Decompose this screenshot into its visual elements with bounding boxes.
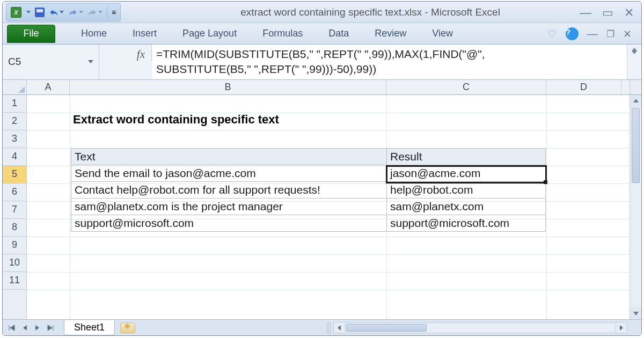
name-box[interactable]: C5 bbox=[3, 45, 99, 79]
minimize-button[interactable]: ― bbox=[580, 6, 591, 20]
fx-area: fx =TRIM(MID(SUBSTITUTE(B5," ",REPT(" ",… bbox=[99, 45, 641, 79]
workbook-close-button[interactable]: ✕ bbox=[623, 28, 632, 40]
row-header[interactable]: 2 bbox=[3, 113, 26, 130]
quick-access-toolbar: X ≡ bbox=[6, 3, 121, 21]
row-header-selected[interactable]: 5 bbox=[3, 166, 26, 183]
qat-customize-caret-icon[interactable]: ≡ bbox=[112, 8, 116, 17]
cell[interactable]: help@robot.com bbox=[387, 181, 546, 198]
window-controls: ― ▭ ✕ bbox=[580, 6, 634, 20]
ribbon-tabs: Home Insert Page Layout Formulas Data Re… bbox=[81, 28, 453, 39]
cell-heading[interactable]: Extract word containing specific text bbox=[73, 113, 279, 127]
select-all-corner[interactable] bbox=[3, 80, 27, 95]
fx-icon[interactable]: fx bbox=[99, 45, 152, 61]
status-sheet-bar: Sheet1 bbox=[3, 319, 641, 335]
save-icon[interactable] bbox=[35, 8, 45, 17]
scroll-left-icon[interactable] bbox=[333, 322, 345, 334]
excel-window: X ≡ extract word containing specific tex… bbox=[2, 1, 642, 336]
row-header[interactable]: 9 bbox=[3, 237, 26, 254]
hscroll-track[interactable] bbox=[345, 322, 616, 333]
table-row: Contact help@robot.com for all support r… bbox=[71, 181, 546, 198]
row-header[interactable]: 1 bbox=[3, 95, 26, 113]
undo-button[interactable] bbox=[49, 8, 64, 17]
redo-alt-button[interactable] bbox=[87, 8, 103, 17]
scroll-thumb[interactable] bbox=[632, 108, 640, 183]
header-result[interactable]: Result bbox=[387, 148, 546, 165]
sheet-tab[interactable]: Sheet1 bbox=[64, 320, 115, 335]
row-header[interactable]: 4 bbox=[3, 148, 26, 166]
vertical-scrollbar[interactable] bbox=[630, 95, 641, 319]
file-tab[interactable]: File bbox=[7, 25, 55, 43]
cell[interactable]: sam@planetx.com bbox=[387, 198, 546, 215]
scroll-track[interactable] bbox=[630, 107, 641, 307]
col-header-b[interactable]: B bbox=[70, 80, 386, 94]
tab-review[interactable]: Review bbox=[375, 28, 406, 39]
cell[interactable]: jason@acme.com bbox=[387, 165, 546, 181]
table-row: Send the email to jason@acme.com jason@a… bbox=[71, 165, 546, 181]
formula-input[interactable]: =TRIM(MID(SUBSTITUTE(B5," ",REPT(" ",99)… bbox=[152, 45, 627, 79]
data-table: Text Result Send the email to jason@acme… bbox=[71, 148, 546, 232]
tab-data[interactable]: Data bbox=[328, 28, 349, 39]
title-bar: X ≡ extract word containing specific tex… bbox=[3, 2, 641, 23]
hscroll-thumb[interactable] bbox=[346, 324, 427, 332]
row-header[interactable]: 10 bbox=[3, 254, 26, 272]
horizontal-scrollbar[interactable] bbox=[327, 322, 627, 334]
sheet-nav-last-icon[interactable] bbox=[45, 322, 56, 334]
scroll-up-icon[interactable] bbox=[630, 95, 641, 107]
cell[interactable]: support@microsoft.com bbox=[71, 215, 387, 231]
sheet-nav-prev-icon[interactable] bbox=[19, 322, 31, 334]
close-button[interactable]: ✕ bbox=[624, 6, 634, 20]
workbook-minimize-button[interactable]: ― bbox=[587, 28, 598, 40]
help-icon[interactable]: ? bbox=[566, 27, 579, 40]
scroll-down-icon[interactable] bbox=[630, 307, 641, 319]
row-headers: 1 2 3 4 5 6 7 8 9 10 11 bbox=[3, 95, 27, 319]
qat-menu-caret-icon[interactable] bbox=[26, 11, 31, 13]
table-row: support@microsoft.com support@microsoft.… bbox=[71, 215, 546, 231]
formula-bar-expand[interactable] bbox=[627, 45, 641, 57]
sheet-nav-first-icon[interactable] bbox=[6, 322, 18, 334]
cell[interactable]: Send the email to jason@acme.com bbox=[71, 165, 387, 181]
column-headers: A B C D bbox=[27, 80, 630, 95]
new-sheet-icon[interactable] bbox=[120, 322, 135, 333]
scroll-right-icon[interactable] bbox=[616, 322, 627, 334]
cell[interactable]: support@microsoft.com bbox=[387, 215, 546, 231]
tab-split-handle[interactable] bbox=[327, 322, 331, 334]
name-box-value: C5 bbox=[8, 56, 21, 68]
row-header[interactable]: 7 bbox=[3, 201, 26, 219]
window-title: extract word containing specific text.xl… bbox=[121, 6, 641, 18]
ribbon-minimize-icon[interactable]: ♡ bbox=[547, 27, 557, 40]
name-box-caret-icon[interactable] bbox=[88, 60, 93, 63]
ribbon: File Home Insert Page Layout Formulas Da… bbox=[3, 23, 641, 45]
workbook-restore-button[interactable]: ❐ bbox=[606, 28, 614, 40]
tab-insert[interactable]: Insert bbox=[133, 28, 157, 39]
row-header[interactable]: 8 bbox=[3, 219, 26, 237]
sheet-nav-next-icon[interactable] bbox=[32, 322, 43, 334]
header-text[interactable]: Text bbox=[71, 148, 387, 165]
qat-separator bbox=[107, 6, 107, 18]
table-row: sam@planetx.com is the project manager s… bbox=[71, 198, 546, 215]
col-header-a[interactable]: A bbox=[27, 80, 70, 94]
worksheet-grid[interactable]: 1 2 3 4 5 6 7 8 9 10 11 bbox=[3, 95, 641, 319]
row-header[interactable]: 3 bbox=[3, 130, 26, 148]
row-header[interactable]: 6 bbox=[3, 183, 26, 201]
maximize-button[interactable]: ▭ bbox=[602, 6, 613, 20]
row-header[interactable]: 11 bbox=[3, 272, 26, 290]
col-header-d[interactable]: D bbox=[546, 80, 621, 94]
tab-pagelayout[interactable]: Page Layout bbox=[182, 28, 237, 39]
tab-formulas[interactable]: Formulas bbox=[262, 28, 303, 39]
cell[interactable]: Contact help@robot.com for all support r… bbox=[71, 181, 387, 198]
formula-bar: C5 fx =TRIM(MID(SUBSTITUTE(B5," ",REPT("… bbox=[3, 45, 641, 80]
cell[interactable]: sam@planetx.com is the project manager bbox=[71, 198, 387, 215]
redo-button[interactable] bbox=[68, 8, 83, 17]
tab-home[interactable]: Home bbox=[81, 28, 107, 39]
tab-view[interactable]: View bbox=[432, 28, 453, 39]
excel-icon[interactable]: X bbox=[11, 7, 21, 18]
col-header-c[interactable]: C bbox=[386, 80, 546, 94]
